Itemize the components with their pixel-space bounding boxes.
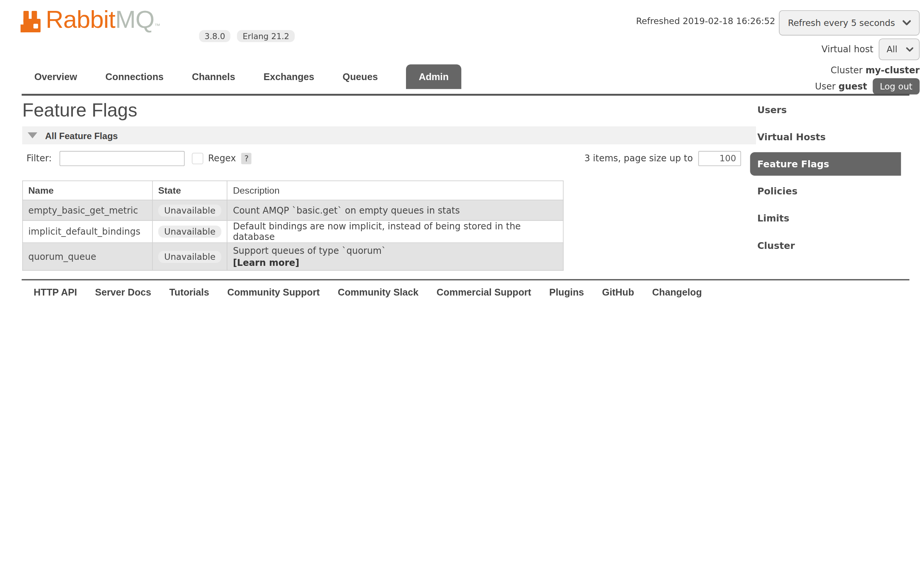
footer-link-community-slack[interactable]: Community Slack	[338, 287, 418, 298]
refresh-interval-value: Refresh every 5 seconds	[788, 18, 895, 28]
flag-description: Default bindings are now implicit, inste…	[227, 220, 563, 243]
cluster-name: my-cluster	[865, 65, 919, 76]
chevron-down-icon	[906, 47, 914, 52]
flag-name: empty_basic_get_metric	[23, 200, 153, 220]
footer-link-server-docs[interactable]: Server Docs	[95, 287, 151, 298]
flag-description: Count AMQP `basic.get` on empty queues i…	[227, 200, 563, 220]
status-badge: Unavailable	[158, 226, 221, 238]
table-header-row: Name State Description	[23, 181, 563, 200]
virtual-host-row: Virtual host All	[821, 38, 919, 60]
sidebar-item-virtual-hosts[interactable]: Virtual Hosts	[757, 132, 826, 143]
app-root: RabbitMQ™ 3.8.0 Erlang 21.2 Refreshed 20…	[0, 0, 924, 561]
footer-link-http-api[interactable]: HTTP API	[34, 287, 77, 298]
status-badge: Unavailable	[158, 204, 221, 216]
footer-link-plugins[interactable]: Plugins	[549, 287, 584, 298]
main-tabs: Overview Connections Channels Exchanges …	[34, 64, 461, 89]
refreshed-timestamp: Refreshed 2019-02-18 16:26:52	[636, 16, 775, 26]
triangle-down-icon	[28, 132, 38, 138]
footer-link-changelog[interactable]: Changelog	[652, 287, 702, 298]
table-row: implicit_default_bindings Unavailable De…	[23, 220, 563, 243]
footer-link-tutorials[interactable]: Tutorials	[169, 287, 209, 298]
page-size-input[interactable]	[698, 151, 741, 166]
filter-label: Filter:	[26, 153, 52, 164]
sidebar-item-users[interactable]: Users	[757, 105, 787, 115]
cluster-info: Cluster my-cluster	[831, 65, 920, 76]
footer-links: HTTP API Server Docs Tutorials Community…	[34, 287, 702, 298]
flag-name: implicit_default_bindings	[23, 220, 153, 243]
tab-channels[interactable]: Channels	[192, 71, 235, 82]
sidebar-item-limits[interactable]: Limits	[757, 213, 789, 224]
tab-admin[interactable]: Admin	[406, 64, 461, 89]
flag-description: Support queues of type `quorum`	[233, 245, 558, 256]
user-info: User guest Log out	[815, 78, 919, 94]
cluster-label: Cluster	[831, 65, 863, 76]
flag-name: quorum_queue	[23, 243, 153, 271]
page-title: Feature Flags	[22, 99, 137, 122]
sidebar-item-policies[interactable]: Policies	[757, 186, 797, 197]
trademark-symbol: ™	[155, 22, 160, 29]
virtual-host-label: Virtual host	[821, 44, 873, 55]
column-header-state: State	[153, 181, 227, 200]
erlang-badge: Erlang 21.2	[237, 30, 295, 42]
sidebar-item-label: Feature Flags	[757, 159, 829, 170]
pagination-row: 3 items, page size up to	[584, 150, 741, 167]
chevron-down-icon	[902, 20, 911, 26]
regex-help-button[interactable]: ?	[241, 153, 251, 164]
flag-state-cell: Unavailable	[153, 220, 227, 243]
rabbitmq-management-page: RabbitMQ™ 3.8.0 Erlang 21.2 Refreshed 20…	[0, 0, 924, 561]
rabbitmq-logo-icon	[20, 9, 43, 34]
section-title: All Feature Flags	[45, 130, 118, 140]
filter-input[interactable]	[59, 151, 185, 166]
footer-link-community-support[interactable]: Community Support	[227, 287, 320, 298]
sidebar-item-cluster[interactable]: Cluster	[757, 241, 795, 252]
user-label: User	[815, 81, 836, 92]
version-badge: 3.8.0	[199, 30, 231, 42]
feature-flags-table: Name State Description empty_basic_get_m…	[22, 180, 563, 271]
wordmark-rabbit: Rabbit	[46, 5, 115, 33]
footer-divider	[22, 279, 910, 280]
items-summary: 3 items, page size up to	[584, 153, 693, 164]
all-feature-flags-section-header[interactable]: All Feature Flags	[22, 126, 756, 144]
regex-checkbox[interactable]	[192, 153, 203, 164]
tabs-divider	[22, 94, 910, 96]
tab-overview[interactable]: Overview	[34, 71, 77, 82]
status-badge: Unavailable	[158, 250, 221, 262]
tab-queues[interactable]: Queues	[342, 71, 378, 82]
footer-link-commercial-support[interactable]: Commercial Support	[436, 287, 531, 298]
flag-description-cell: Support queues of type `quorum` [Learn m…	[227, 243, 563, 271]
user-name: guest	[838, 81, 867, 92]
tab-connections[interactable]: Connections	[105, 71, 164, 82]
logout-button[interactable]: Log out	[872, 78, 919, 94]
refresh-interval-select[interactable]: Refresh every 5 seconds	[779, 10, 919, 35]
user-line: User guest	[815, 81, 867, 92]
flag-state-cell: Unavailable	[153, 243, 227, 271]
flag-state-cell: Unavailable	[153, 200, 227, 220]
column-header-description: Description	[227, 181, 563, 200]
tab-exchanges[interactable]: Exchanges	[264, 71, 314, 82]
column-header-name: Name	[23, 181, 153, 200]
sidebar-item-feature-flags[interactable]: Feature Flags	[750, 152, 901, 176]
learn-more-link[interactable]: [Learn more]	[233, 257, 558, 268]
footer-link-github[interactable]: GitHub	[602, 287, 634, 298]
regex-label: Regex	[208, 153, 236, 164]
wordmark-mq: MQ	[115, 5, 154, 33]
version-badges: 3.8.0 Erlang 21.2	[199, 30, 295, 42]
table-row: quorum_queue Unavailable Support queues …	[23, 243, 563, 271]
rabbitmq-wordmark: RabbitMQ™	[46, 5, 160, 40]
virtual-host-value: All	[886, 44, 897, 54]
table-row: empty_basic_get_metric Unavailable Count…	[23, 200, 563, 220]
virtual-host-select[interactable]: All	[879, 38, 920, 60]
filter-row: Filter: Regex ?	[26, 150, 251, 167]
